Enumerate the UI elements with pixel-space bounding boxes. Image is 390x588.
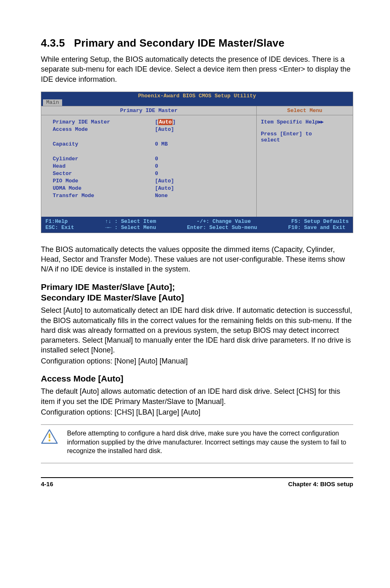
paragraph-access-config: Configuration options: [CHS] [LBA] [Larg… (41, 407, 353, 417)
svg-point-2 (49, 440, 51, 442)
bios-item-value: [Auto] (155, 185, 174, 192)
bios-key-legend: F1:Help ESC: Exit ↑↓ : Select Item →← : … (41, 217, 353, 233)
bios-help-line: select (261, 137, 349, 143)
bios-item-label: Capacity (53, 141, 155, 148)
bios-panel: Phoenix-Award BIOS CMOS Setup Utility Ma… (41, 92, 353, 233)
bios-item-value: 0 (155, 163, 158, 170)
paragraph-access-body: The default [Auto] allows automatic dete… (41, 386, 353, 406)
bios-legend-col: -/+: Change Value Enter: Select Sub-menu (187, 218, 257, 231)
svg-rect-1 (49, 433, 50, 438)
bios-item-value: 0 (155, 170, 158, 177)
bios-help-line: Press [Enter] to (261, 131, 349, 137)
bios-item-cylinder: Cylinder 0 (53, 155, 251, 163)
bios-help-panel: Item Specific Help▶▶ Press [Enter] to se… (256, 115, 353, 217)
caution-note: Before attempting to configure a hard di… (41, 429, 353, 456)
caution-text: Before attempting to configure a hard di… (67, 429, 353, 456)
paragraph-primary-config: Configuration options: [None] [Auto] [Ma… (41, 356, 353, 366)
bios-item-value: [Auto] (155, 126, 174, 133)
bios-tab-main[interactable]: Main (43, 99, 62, 106)
bios-item-label: Primary IDE Master (53, 119, 155, 126)
bios-legend-col: F1:Help ESC: Exit (45, 218, 74, 231)
note-bottom-rule (41, 463, 353, 463)
bios-legend-col: ↑↓ : Select Item →← : Select Menu (105, 218, 156, 231)
bios-help-title: Select Menu (256, 106, 353, 115)
page-footer: 4-16 Chapter 4: BIOS setup (41, 477, 353, 487)
bios-item-label: PIO Mode (53, 177, 155, 185)
intro-paragraph: While entering Setup, the BIOS automatic… (41, 54, 353, 84)
bios-settings-area: Primary IDE Master [Auto] Access Mode [A… (41, 115, 256, 217)
bios-item-head: Head 0 (53, 163, 251, 170)
caution-icon (41, 429, 58, 444)
page-number: 4-16 (41, 480, 53, 487)
bios-item-label: Transfer Mode (53, 192, 155, 200)
right-arrows-icon: ▶▶ (318, 119, 323, 125)
bios-subheader: Primary IDE Master Select Menu (41, 106, 353, 115)
bios-item-value: 0 MB (155, 141, 168, 148)
bios-title: Phoenix-Award BIOS CMOS Setup Utility (41, 92, 353, 99)
section-title-text: Primary and Secondary IDE Master/Slave (74, 37, 285, 49)
bios-item-value: 0 (155, 155, 158, 163)
bios-item-value: [Auto] (155, 119, 176, 126)
bios-item-label: Cylinder (53, 155, 155, 163)
bios-item-sector: Sector 0 (53, 170, 251, 177)
paragraph-primary-body: Select [Auto] to automatically detect an… (41, 305, 353, 355)
bios-item-capacity: Capacity 0 MB (53, 141, 251, 148)
bios-item-label: Head (53, 163, 155, 170)
bios-item-access-mode[interactable]: Access Mode [Auto] (53, 126, 251, 133)
bios-item-transfer-mode: Transfer Mode None (53, 192, 251, 200)
bios-item-label: Sector (53, 170, 155, 177)
bios-item-udma-mode[interactable]: UDMA Mode [Auto] (53, 185, 251, 192)
bios-item-value: [Auto] (155, 177, 174, 185)
bios-screenshot: Phoenix-Award BIOS CMOS Setup Utility Ma… (41, 92, 353, 233)
bios-legend-col: F5: Setup Defaults F10: Save and Exit (288, 218, 349, 231)
section-heading: 4.3.5 Primary and Secondary IDE Master/S… (41, 37, 353, 49)
section-number: 4.3.5 (41, 37, 65, 49)
bios-item-value: None (155, 192, 168, 200)
bios-menu-bar: Main (41, 99, 353, 106)
bios-item-label: Access Mode (53, 126, 155, 133)
paragraph-after-bios: The BIOS automatically detects the value… (41, 245, 353, 274)
bios-item-pio-mode[interactable]: PIO Mode [Auto] (53, 177, 251, 185)
subheading-primary-secondary: Primary IDE Master/Slave [Auto]; Seconda… (41, 282, 353, 303)
bios-help-line: Item Specific Help▶▶ (261, 119, 349, 125)
bios-panel-title: Primary IDE Master (41, 106, 256, 115)
bios-item-label: UDMA Mode (53, 185, 155, 192)
subheading-access-mode: Access Mode [Auto] (41, 373, 353, 384)
note-top-rule (41, 424, 353, 425)
chapter-label: Chapter 4: BIOS setup (288, 480, 353, 487)
bios-item-primary-ide-master[interactable]: Primary IDE Master [Auto] (53, 119, 251, 126)
